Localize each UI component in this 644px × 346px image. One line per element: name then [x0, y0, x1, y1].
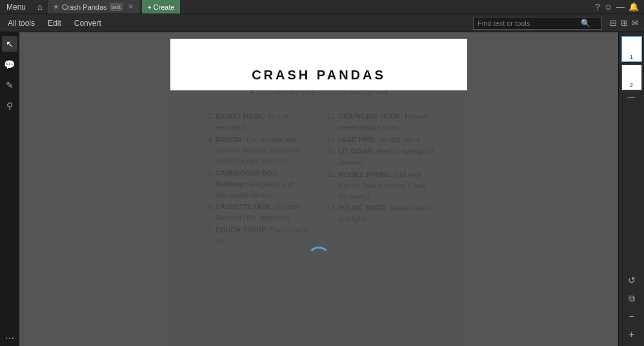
- fit-page-icon[interactable]: ⧉: [624, 290, 639, 306]
- help-icon[interactable]: ?: [595, 2, 599, 12]
- convert-button[interactable]: Convert: [72, 17, 104, 29]
- home-button[interactable]: ⌂: [32, 0, 48, 14]
- left-sidebar: ↖ 💬 ✎ ⚲ ⋯: [0, 32, 19, 346]
- tab-type-badge: text: [110, 3, 123, 11]
- zoom-out-icon[interactable]: −: [624, 309, 639, 324]
- share-icon[interactable]: ✉: [632, 18, 639, 28]
- reset-zoom-icon[interactable]: ↺: [624, 272, 639, 288]
- edit-button[interactable]: Edit: [45, 17, 64, 29]
- star-icon: ★: [53, 3, 59, 11]
- zoom-controls: ↺ ⧉ − +: [624, 272, 639, 346]
- thumbnail-page-2[interactable]: 2: [621, 65, 642, 90]
- menu-button[interactable]: Menu: [0, 0, 32, 14]
- tab-close-button[interactable]: ✕: [128, 3, 134, 11]
- find-input[interactable]: [478, 19, 581, 27]
- sidebar-zoom-tool[interactable]: ⚲: [2, 98, 17, 114]
- user-avatar[interactable]: ☺: [604, 2, 612, 12]
- sidebar-comment-tool[interactable]: 💬: [2, 57, 17, 72]
- find-bar: 🔍: [473, 17, 602, 30]
- all-tools-button[interactable]: All tools: [5, 17, 37, 29]
- sidebar-edit-tool[interactable]: ✎: [2, 77, 17, 93]
- zoom-in-icon[interactable]: +: [624, 327, 639, 342]
- loading-overlay: [170, 90, 467, 346]
- minimize-button[interactable]: —: [616, 2, 625, 12]
- thumb-scroll-down[interactable]: —: [628, 93, 636, 102]
- search-icon: 🔍: [581, 19, 590, 28]
- thumbnails-panel: 1 2 — ↺ ⧉ − +: [618, 32, 644, 346]
- view-icons: ⊟ ⊞ ✉: [610, 18, 639, 28]
- tab-label: Crash Pandas: [62, 3, 107, 11]
- list-view-icon[interactable]: ⊞: [621, 18, 628, 28]
- notifications-icon[interactable]: 🔔: [629, 2, 639, 12]
- document-area: CRASH PANDAS A comprehensive guide to ra…: [19, 32, 618, 346]
- sidebar-cursor-tool[interactable]: ↖: [2, 36, 17, 52]
- top-bar: Menu ⌂ ★ Crash Pandas text ✕ + Create ? …: [0, 0, 644, 14]
- sidebar-more-tools[interactable]: ⋯: [2, 331, 17, 346]
- new-doc-button[interactable]: + Create: [142, 0, 180, 14]
- document-page-1: CRASH PANDAS A comprehensive guide to ra…: [170, 39, 467, 346]
- topbar-right-actions: ? ☺ — 🔔: [595, 2, 644, 12]
- tab-crash-pandas[interactable]: ★ Crash Pandas text ✕: [48, 0, 139, 14]
- grid-view-icon[interactable]: ⊟: [610, 18, 617, 28]
- document-title: CRASH PANDAS: [203, 65, 435, 85]
- new-doc-label: + Create: [147, 3, 175, 11]
- home-icon: ⌂: [37, 2, 43, 12]
- loading-spinner: [307, 247, 330, 270]
- main-area: ↖ 💬 ✎ ⚲ ⋯ CRASH PANDAS A comprehensive g…: [0, 32, 644, 346]
- document-pages[interactable]: CRASH PANDAS A comprehensive guide to ra…: [19, 32, 618, 346]
- toolbar: All tools Edit Convert 🔍 ⊟ ⊞ ✉: [0, 14, 644, 32]
- thumbnail-page-1[interactable]: 1: [621, 36, 642, 62]
